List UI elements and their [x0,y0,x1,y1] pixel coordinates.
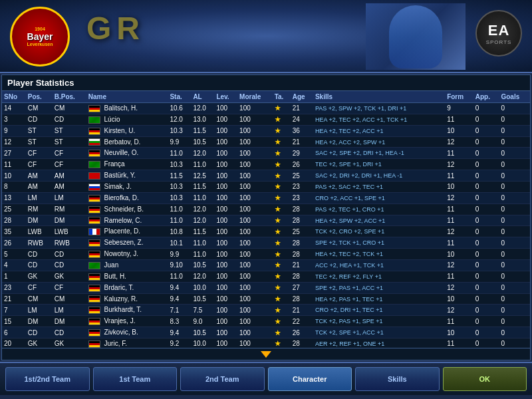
cell-age: 28 [291,215,313,226]
cell-skills: SPE +2, PAS +1, ACC +1 [313,282,445,293]
cell-morale: 100 [237,148,273,159]
table-row[interactable]: 6 CD CD Zivkovic, B. 9.4 10.5 100 100 ★ … [2,327,530,338]
cell-lev: 100 [214,305,237,316]
table-row[interactable]: 20 GK GK Juric, F. 9.2 10.0 100 100 ★ 28… [2,338,530,348]
nav-ok[interactable]: OK [443,367,527,391]
cell-pos: RM [26,203,53,215]
cell-lev: 100 [214,316,237,327]
nav-1st-2nd-team[interactable]: 1st/2nd Team [5,367,90,391]
cell-sta: 10.3 [168,182,191,193]
cell-al: 13.0 [191,114,214,125]
table-row[interactable]: 26 RWB RWB Sebeszen, Z. 10.1 11.0 100 10… [2,237,530,249]
cell-age: 23 [291,192,313,203]
cell-app: 0 [473,338,499,348]
table-row[interactable]: 14 CM CM Balitsch, H. 10.6 12.0 100 100 … [2,103,530,114]
col-app: App. [473,91,499,103]
cell-form: 10 [445,249,473,260]
cell-skills: PAS +2, TEC +1, CRO +1 [313,203,445,215]
cell-ta: ★ [273,125,291,136]
cell-sta: 10.3 [168,125,191,136]
cell-app: 0 [473,282,499,293]
cell-skills: TCK +2, PAS +1, SPE +1 [313,316,445,327]
table-row[interactable]: 1 GK GK Butt, H. 11.0 12.0 100 100 ★ 28 … [2,271,530,282]
cell-ta: ★ [273,316,291,327]
table-row[interactable]: 28 DM DM Ramelow, C. 11.0 12.0 100 100 ★… [2,215,530,226]
cell-lev: 100 [214,282,237,293]
cell-ta: ★ [273,215,291,226]
cell-pos: AM [26,170,53,182]
table-row[interactable]: 35 LWB LWB Placente, D. 10.8 11.5 100 10… [2,226,530,237]
scroll-down-arrow[interactable] [261,351,271,358]
cell-ta: ★ [273,260,291,271]
nav-1st-team[interactable]: 1st Team [93,367,178,391]
cell-sta: 9.9 [168,136,191,148]
cell-sta: 10.8 [168,226,191,237]
cell-bpos: LM [53,305,86,316]
table-row[interactable]: 25 RM RM Schneider, B. 11.0 12.0 100 100… [2,203,530,215]
cell-sta: 12.0 [168,114,191,125]
table-row[interactable]: 21 CM CM Kaluzny, R. 9.4 10.5 100 100 ★ … [2,293,530,305]
cell-morale: 100 [237,305,273,316]
nav-character[interactable]: Character [268,367,352,391]
scroll-area[interactable] [2,348,530,360]
cell-name: Lúcio [86,114,168,125]
cell-morale: 100 [237,136,273,148]
cell-sno: 10 [2,170,26,182]
table-container[interactable]: SNo Pos. B.Pos. Name Sta. AL Lev. Morale… [2,91,530,348]
cell-age: 28 [291,203,313,215]
cell-sno: 20 [2,338,26,348]
cell-sta: 11.0 [168,148,191,159]
cell-goals: 0 [499,159,530,170]
cell-morale: 100 [237,226,273,237]
ea-label: EA [488,22,510,39]
table-row[interactable]: 27 CF CF Neuville, O. 11.0 12.0 100 100 … [2,148,530,159]
table-row[interactable]: 13 LM LM Bierofka, D. 10.3 11.0 100 100 … [2,192,530,203]
cell-sno: 28 [2,215,26,226]
player-silhouette [389,5,442,68]
bayer-logo: 1904 Bayer Leverkusen [10,7,70,66]
cell-app: 0 [473,293,499,305]
cell-name: Ramelow, C. [86,215,168,226]
cell-lev: 100 [214,260,237,271]
nav-2nd-team[interactable]: 2nd Team [180,367,265,391]
cell-form: 11 [445,170,473,182]
cell-app: 0 [473,316,499,327]
cell-sno: 11 [2,159,26,170]
cell-pos: CD [26,114,53,125]
cell-name: Burkhardt, T. [86,305,168,316]
table-row[interactable]: 9 ST ST Kirsten, U. 10.3 11.5 100 100 ★ … [2,125,530,136]
table-row[interactable]: 15 DM DM Vranjes, J. 8.3 9.0 100 100 ★ 2… [2,316,530,327]
table-row[interactable]: 5 CD CD Nowotny, J. 9.9 11.0 100 100 ★ 2… [2,249,530,260]
cell-skills: PAS +2, SPW +2, TCK +1, DRI +1 [313,103,445,114]
cell-sta: 9.10 [168,260,191,271]
nav-skills[interactable]: Skills [355,367,440,391]
cell-age: 26 [291,327,313,338]
table-row[interactable]: 7 LM LM Burkhardt, T. 7.1 7.5 100 100 ★ … [2,305,530,316]
table-row[interactable]: 12 ST ST Berbatov, D. 9.9 10.5 100 100 ★… [2,136,530,148]
cell-skills: HEA +2, ACC +2, SPW +1 [313,136,445,148]
cell-age: 21 [291,260,313,271]
cell-bpos: GK [53,338,86,348]
cell-al: 10.0 [191,338,214,348]
table-row[interactable]: 11 CF CF França 10.3 11.0 100 100 ★ 26 T… [2,159,530,170]
cell-sno: 8 [2,182,26,193]
table-row[interactable]: 10 AM AM Bastürk, Y. 11.5 12.5 100 100 ★… [2,170,530,182]
cell-goals: 0 [499,226,530,237]
table-row[interactable]: 23 CF CF Brdaric, T. 9.4 10.0 100 100 ★ … [2,282,530,293]
table-row[interactable]: 8 AM AM Simak, J. 10.3 11.5 100 100 ★ 23… [2,182,530,193]
cell-age: 22 [291,316,313,327]
cell-skills: HEA +2, TEC +2, ACC +1 [313,125,445,136]
cell-ta: ★ [273,148,291,159]
cell-al: 12.0 [191,103,214,114]
cell-age: 23 [291,182,313,193]
table-row[interactable]: 4 CD CD Juan 9.10 10.5 100 100 ★ 21 ACC … [2,260,530,271]
cell-al: 11.5 [191,182,214,193]
table-row[interactable]: 3 CD CD Lúcio 12.0 13.0 100 100 ★ 24 HEA… [2,114,530,125]
cell-bpos: DM [53,316,86,327]
cell-lev: 100 [214,170,237,182]
cell-lev: 100 [214,327,237,338]
cell-lev: 100 [214,293,237,305]
col-skills: Skills [313,91,445,103]
cell-lev: 100 [214,114,237,125]
cell-age: 29 [291,148,313,159]
